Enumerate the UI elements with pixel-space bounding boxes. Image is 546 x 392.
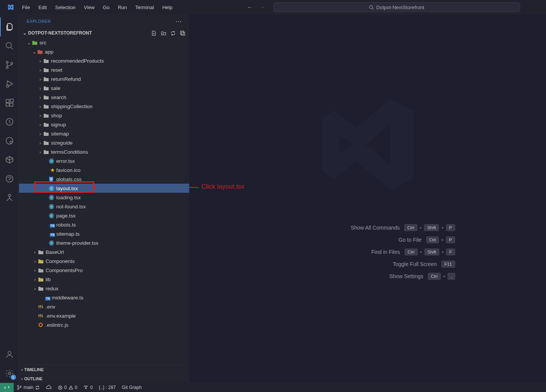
file-item-theme-provider-tsx[interactable]: theme-provider.tsx [19, 238, 189, 247]
back-icon[interactable]: ← [247, 4, 253, 11]
menu-file[interactable]: File [18, 3, 34, 12]
outline-section[interactable]: › OUTLINE [19, 374, 189, 383]
file-item-page-tsx[interactable]: page.tsx [19, 211, 189, 220]
tree-item-label: favicon.ico [56, 167, 81, 173]
source-control-tab[interactable] [0, 55, 19, 74]
file-item--eslintrc-js[interactable]: .eslintrc.js [19, 320, 189, 329]
folder-item-shippingcollection[interactable]: ›shippingCollection [19, 102, 189, 111]
file-item--env[interactable]: .env [19, 302, 189, 311]
branch-status[interactable]: main [14, 383, 43, 392]
folder-item-componentspro[interactable]: ›ComponentsPro [19, 266, 189, 275]
tree-item-label: src [40, 40, 46, 46]
folder-item-sizeguide[interactable]: ›sizeguide [19, 138, 189, 147]
shortcut-label: Show All Commands [351, 225, 400, 231]
radio-status[interactable]: 0 [80, 383, 96, 392]
collapse-icon[interactable] [180, 30, 185, 36]
file-item-not-found-tsx[interactable]: not-found.tsx [19, 202, 189, 211]
file-item-favicon-ico[interactable]: ★favicon.ico [19, 165, 189, 175]
folder-item-lib[interactable]: ›lib [19, 275, 189, 284]
react-icon [49, 186, 56, 191]
plus-separator: + [443, 274, 445, 279]
folder-item-search[interactable]: ›search [19, 93, 189, 102]
menu-run[interactable]: Run [114, 3, 131, 12]
run-debug-tab[interactable] [0, 74, 19, 93]
file-item-globals-css[interactable]: globals.css [19, 175, 189, 184]
folder-item-sitemap[interactable]: ›sitemap [19, 129, 189, 138]
folder-item-redux[interactable]: ›redux [19, 284, 189, 293]
menu-terminal[interactable]: Terminal [131, 3, 158, 12]
menu-selection[interactable]: Selection [51, 3, 79, 12]
folder-item-signup[interactable]: ›signup [19, 120, 189, 129]
folder-item-returnrefund[interactable]: ›returnRefund [19, 74, 189, 83]
timeline-tab[interactable] [0, 112, 19, 131]
folder-item-reset[interactable]: ›reset [19, 65, 189, 74]
custom-tab-1[interactable] [0, 131, 19, 150]
workspace-folder[interactable]: ⌄ DOTPOT-NEXTSTOREFRONT [19, 28, 189, 38]
custom-tab-4[interactable] [0, 188, 19, 207]
annotation-label: Click layout.tsx [201, 183, 244, 190]
key-hint: P [446, 224, 455, 231]
refresh-icon[interactable] [170, 30, 176, 36]
react-icon [49, 204, 56, 209]
folder-item-src[interactable]: ⌄src [19, 38, 189, 47]
chevron-down-icon: ⌄ [23, 30, 27, 36]
extensions-icon [5, 98, 14, 107]
menu-help[interactable]: Help [158, 3, 176, 12]
bracket-status[interactable]: {..} : 287 [96, 383, 119, 392]
file-item-robots-ts[interactable]: TSrobots.ts [19, 220, 189, 229]
problems-status[interactable]: 0 0 [55, 383, 80, 392]
bracket-text: {..} : 287 [99, 385, 116, 390]
folder-item-app[interactable]: ⌄app [19, 47, 189, 56]
custom-tab-3[interactable] [0, 169, 19, 188]
react-icon [49, 195, 56, 200]
plus-separator: + [441, 238, 443, 242]
search-tab[interactable] [0, 36, 19, 55]
plus-separator: + [420, 250, 422, 254]
plus-separator: + [419, 225, 422, 230]
file-item-loading-tsx[interactable]: loading.tsx [19, 193, 189, 202]
forward-icon[interactable]: → [260, 4, 266, 11]
settings-tab[interactable]: 1 [0, 364, 19, 383]
gitgraph-status[interactable]: Git Graph [119, 383, 145, 392]
svg-rect-9 [10, 99, 13, 102]
folder-item-components[interactable]: ›Components [19, 257, 189, 266]
shortcut-hint: Show All CommandsCtrl+Shift+P [280, 224, 455, 231]
accounts-tab[interactable] [0, 345, 19, 364]
folder-item-termsconditions[interactable]: ›termsConditions [19, 147, 189, 156]
menu-edit[interactable]: Edit [35, 3, 51, 12]
command-center[interactable]: Dotpot-NextStorefront [273, 2, 520, 12]
folder-item-shop[interactable]: ›shop [19, 111, 189, 120]
new-file-icon[interactable] [151, 30, 157, 36]
sync-icon [35, 385, 40, 390]
svg-point-2 [6, 61, 8, 63]
folder-item-sale[interactable]: ›sale [19, 83, 189, 93]
tree-item-label: sale [51, 85, 60, 91]
menu-view[interactable]: View [80, 3, 98, 12]
chevron-right-icon: › [21, 376, 23, 381]
extensions-tab[interactable] [0, 93, 19, 112]
custom-tab-2[interactable] [0, 150, 19, 169]
menu-go[interactable]: Go [99, 3, 113, 12]
new-folder-icon[interactable] [161, 30, 166, 36]
error-count: 0 [64, 385, 67, 390]
vscode-watermark-icon [311, 88, 425, 202]
play-icon [5, 79, 14, 88]
more-icon[interactable]: ⋯ [176, 18, 182, 25]
file-item-middleware-ts[interactable]: TSmiddleware.ts [19, 293, 189, 302]
search-icon [369, 5, 374, 10]
timeline-section[interactable]: › TIMELINE [19, 365, 189, 374]
tree-item-label: reset [51, 67, 62, 73]
folder-item-baseurl[interactable]: ›BaseUrl [19, 247, 189, 257]
sidebar: EXPLORER ⋯ ⌄ DOTPOT-NEXTSTOREFRONT ⌄src⌄… [19, 14, 189, 383]
branch-icon [17, 385, 22, 390]
file-item-sitemap-ts[interactable]: TSsitemap.ts [19, 229, 189, 238]
cloud-status[interactable] [43, 383, 55, 392]
file-item--env-example[interactable]: .env.example [19, 311, 189, 320]
tree-item-label: Components [46, 258, 75, 264]
file-item-error-tsx[interactable]: error.tsx [19, 156, 189, 165]
tree-item-label: returnRefund [51, 76, 81, 82]
remote-button[interactable] [0, 383, 14, 392]
tree-item-label: app [45, 49, 54, 55]
folder-item-recommendedproducts[interactable]: ›recommendedProducts [19, 56, 189, 65]
explorer-tab[interactable] [0, 17, 19, 36]
